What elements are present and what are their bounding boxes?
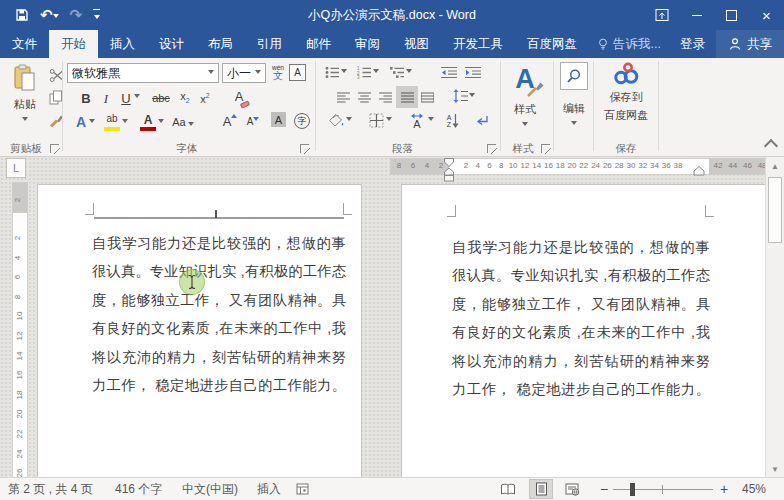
tab-审阅[interactable]: 审阅 — [343, 30, 392, 58]
zoom-out-button[interactable]: − — [600, 478, 608, 500]
strikethrough-button[interactable]: abc — [148, 88, 174, 108]
zoom-slider-track[interactable] — [613, 489, 713, 490]
indent-markers[interactable] — [443, 158, 455, 182]
zoom-slider-thumb[interactable] — [630, 483, 635, 496]
align-center-button[interactable] — [355, 88, 374, 106]
paste-button[interactable]: 粘贴 — [5, 62, 45, 150]
maximize-button[interactable] — [714, 0, 749, 30]
vertical-ruler[interactable]: 2 246810121416182022242628 — [12, 182, 28, 478]
editing-button[interactable]: 编辑 — [556, 62, 592, 140]
cut-button[interactable] — [46, 66, 66, 84]
font-size-combo[interactable]: 小一 — [222, 63, 266, 83]
language-status[interactable]: 中文(中国) — [182, 478, 238, 500]
enclose-characters-button[interactable]: 字 — [294, 113, 310, 129]
clear-formatting-button[interactable]: A — [228, 86, 250, 110]
ribbon-display-options-icon[interactable] — [644, 0, 679, 30]
font-color-button[interactable]: A — [138, 112, 158, 132]
tab-stop-selector[interactable]: L — [6, 158, 26, 178]
change-case-button[interactable]: Aa — [172, 112, 194, 132]
highlight-color-button[interactable]: ab — [102, 112, 122, 132]
save-to-baidu-button[interactable]: 保存到 百度网盘 — [597, 60, 655, 140]
character-scaling-button[interactable]: A — [406, 110, 428, 132]
italic-button[interactable]: I — [98, 88, 114, 108]
word-count-status[interactable]: 416 个字 — [115, 478, 162, 500]
minimize-button[interactable] — [679, 0, 714, 30]
copy-button[interactable] — [46, 88, 66, 106]
insert-mode-status[interactable]: 插入 — [257, 478, 281, 500]
align-right-button[interactable] — [376, 88, 395, 106]
tab-引用[interactable]: 引用 — [245, 30, 294, 58]
show-marks-button[interactable] — [472, 110, 492, 130]
grow-font-button[interactable]: A — [220, 110, 240, 132]
horizontal-ruler[interactable]: 8642246810121416182022242628303234363842… — [390, 158, 765, 175]
distribute-button[interactable] — [418, 88, 437, 106]
paragraph-dialog-launcher[interactable] — [487, 144, 496, 153]
undo-button[interactable]: ↶ — [40, 5, 59, 25]
borders-button[interactable] — [366, 110, 386, 130]
underline-button[interactable]: U — [118, 88, 134, 108]
right-indent-marker[interactable] — [693, 166, 705, 176]
phonetic-guide-button[interactable]: wén 文 — [269, 63, 287, 83]
superscript-button[interactable]: x2 — [196, 88, 214, 108]
redo-button[interactable]: ↷ — [70, 5, 83, 25]
tab-布局[interactable]: 布局 — [196, 30, 245, 58]
page-1[interactable]: 自我学习能力还是比较强的，想做的事很认真。专业知识扎实 ,有积极的工作态度，能够… — [38, 185, 361, 478]
sort-button[interactable]: AZ — [443, 110, 463, 132]
tab-开发工具[interactable]: 开发工具 — [441, 30, 515, 58]
styles-dialog-launcher[interactable] — [541, 144, 550, 153]
page-number-status[interactable]: 第 2 页 , 共 4 页 — [8, 478, 93, 500]
collapse-ribbon-button[interactable] — [764, 140, 778, 152]
shading-button[interactable] — [326, 110, 346, 130]
zoom-level[interactable]: 45% — [742, 478, 766, 500]
scroll-down-arrow[interactable]: ▼ — [766, 460, 784, 478]
multilevel-dropdown[interactable] — [406, 69, 412, 76]
share-button[interactable]: 共享 — [716, 30, 784, 58]
scrollbar-thumb[interactable] — [768, 177, 782, 243]
font-color-dropdown[interactable] — [158, 119, 164, 126]
tell-me[interactable]: 告诉我... — [589, 30, 669, 58]
tab-百度网盘[interactable]: 百度网盘 — [515, 30, 589, 58]
numbering-dropdown[interactable] — [373, 69, 379, 76]
bullets-button[interactable] — [324, 64, 341, 80]
bullets-dropdown[interactable] — [341, 69, 347, 76]
shading-dropdown[interactable] — [346, 117, 352, 124]
font-name-combo[interactable]: 微软雅黑 — [67, 63, 219, 83]
styles-button[interactable]: A 样式 — [502, 60, 548, 140]
bold-button[interactable]: B — [78, 88, 94, 108]
justify-button[interactable] — [396, 86, 418, 108]
print-layout-button[interactable] — [529, 479, 553, 499]
document-workspace[interactable]: L 86422468101214161820222426283032343638… — [0, 157, 784, 478]
read-mode-button[interactable] — [496, 479, 520, 499]
tab-文件[interactable]: 文件 — [0, 30, 49, 58]
text-effects-button[interactable]: A — [72, 112, 90, 132]
line-spacing-dropdown[interactable] — [469, 93, 475, 100]
tab-视图[interactable]: 视图 — [392, 30, 441, 58]
subscript-button[interactable]: x2 — [176, 88, 194, 108]
tab-邮件[interactable]: 邮件 — [294, 30, 343, 58]
align-left-button[interactable] — [334, 88, 353, 106]
tab-设计[interactable]: 设计 — [147, 30, 196, 58]
web-layout-button[interactable] — [560, 479, 584, 499]
macro-record-icon[interactable] — [296, 478, 309, 500]
line-spacing-button[interactable] — [450, 86, 470, 106]
vertical-scrollbar[interactable]: ▲ ▼ — [765, 157, 784, 478]
scroll-up-arrow[interactable]: ▲ — [766, 157, 784, 175]
save-icon[interactable] — [15, 5, 29, 25]
character-shading-button[interactable]: A — [271, 112, 286, 127]
underline-dropdown[interactable] — [134, 94, 140, 101]
zoom-in-button[interactable]: + — [720, 478, 728, 500]
customize-qat-button[interactable] — [93, 5, 100, 25]
character-border-button[interactable]: A — [289, 64, 306, 81]
borders-dropdown[interactable] — [386, 117, 392, 124]
multilevel-list-button[interactable] — [389, 64, 406, 80]
text-effects-dropdown[interactable] — [89, 119, 95, 126]
highlight-dropdown[interactable] — [122, 119, 128, 126]
tab-开始[interactable]: 开始 — [49, 30, 98, 58]
close-button[interactable]: × — [749, 0, 784, 30]
tab-插入[interactable]: 插入 — [98, 30, 147, 58]
character-scaling-dropdown[interactable] — [428, 117, 434, 124]
numbering-button[interactable]: 123 — [356, 64, 373, 80]
format-painter-button[interactable] — [46, 111, 66, 129]
decrease-indent-button[interactable] — [440, 64, 458, 80]
increase-indent-button[interactable] — [464, 64, 482, 80]
